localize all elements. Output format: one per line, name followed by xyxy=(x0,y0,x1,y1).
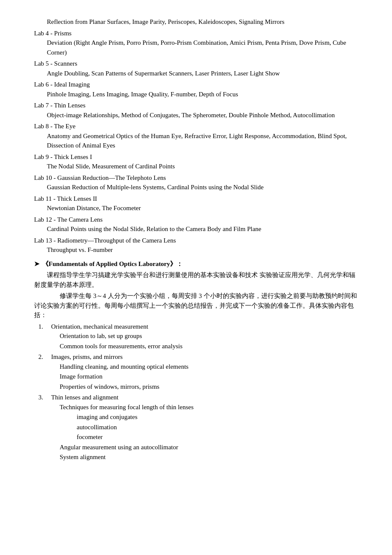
lab7-detail: Object-image Relationships, Method of Co… xyxy=(34,110,358,120)
lab5-header: Lab 5 - Scanners xyxy=(34,59,358,69)
fundamentals-intro1: 课程指导学生学习搞建光学实验平台和进行测量使用的基本实验设备和技术 实验验证应用… xyxy=(34,270,358,289)
list-item-1-sub-1: Orientation to lab, set up groups xyxy=(51,331,358,341)
lab8-detail: Anatomy and Geometrical Optics of the Hu… xyxy=(34,131,358,150)
lab9-header: Lab 9 - Thick Lenses I xyxy=(34,152,358,162)
list-item-3-subsub-1: imaging and conjugates xyxy=(51,412,358,422)
list-item-3: 3. Thin lenses and alignment Techniques … xyxy=(34,393,358,462)
list-item-1-number: 1. xyxy=(34,322,51,352)
list-item-1-title: Orientation, mechanical measurement xyxy=(51,322,358,332)
list-item-2-content: Images, prisms, and mirrors Handling cle… xyxy=(51,352,358,392)
list-item-3-subsub-3: focometer xyxy=(51,432,358,442)
list-item-1-content: Orientation, mechanical measurement Orie… xyxy=(51,322,358,352)
lab13-detail: Throughput vs. F-number xyxy=(34,245,358,255)
list-item-3-subsub-2: autocollimation xyxy=(51,422,358,432)
document-content: Reflection from Planar Surfaces, Image P… xyxy=(34,17,358,462)
lab4-detail: Deviation (Right Angle Prism, Porro Pris… xyxy=(34,38,358,57)
numbered-list: 1. Orientation, mechanical measurement O… xyxy=(34,322,358,462)
fundamentals-header: ➤ 《Fundamentals of Applied Optics Labora… xyxy=(34,259,358,269)
fundamentals-intro2: 修课学生每 3～4 人分为一个实验小组，每周安排 3 个小时的实验内容，进行实验… xyxy=(34,291,358,320)
lab10-detail: Gaussian Reduction of Multiple-lens Syst… xyxy=(34,182,358,192)
lab7-header: Lab 7 - Thin Lenses xyxy=(34,101,358,110)
lab10-header: Lab 10 - Gaussian Reduction—The Telephot… xyxy=(34,173,358,183)
lab11-header: Lab 11 - Thick Lenses II xyxy=(34,194,358,204)
lab8-header: Lab 8 - The Eye xyxy=(34,121,358,131)
list-item-2-sub-3: Properties of windows, mirrors, prisms xyxy=(51,382,358,392)
lab11-detail: Newtonian Distance, The Focometer xyxy=(34,203,358,213)
list-item-2-title: Images, prisms, and mirrors xyxy=(51,352,358,362)
fundamentals-title: 《Fundamentals of Applied Optics Laborato… xyxy=(42,259,183,269)
list-item-3-sub-1: Techniques for measuring focal length of… xyxy=(51,402,358,412)
lab6-header: Lab 6 - Ideal Imaging xyxy=(34,80,358,90)
list-item-2: 2. Images, prisms, and mirrors Handling … xyxy=(34,352,358,392)
list-item-2-sub-1: Handling cleaning, and mounting optical … xyxy=(51,362,358,372)
lab9-detail: The Nodal Slide, Measurement of Cardinal… xyxy=(34,162,358,171)
list-item-3-content: Thin lenses and alignment Techniques for… xyxy=(51,393,358,462)
list-item-3-number: 3. xyxy=(34,393,51,462)
list-item-2-sub-2: Image formation xyxy=(51,372,358,382)
list-item-1-sub-2: Common tools for measurements, error ana… xyxy=(51,341,358,351)
lab12-header: Lab 12 - The Camera Lens xyxy=(34,215,358,225)
list-item-3-extra-2: System alignment xyxy=(51,452,358,462)
lab3-detail: Reflection from Planar Surfaces, Image P… xyxy=(34,17,358,27)
list-item-3-title: Thin lenses and alignment xyxy=(51,393,358,402)
lab12-detail: Cardinal Points using the Nodal Slide, R… xyxy=(34,224,358,234)
lab4-header: Lab 4 - Prisms xyxy=(34,29,358,38)
arrow-icon: ➤ xyxy=(34,259,40,269)
list-item-1: 1. Orientation, mechanical measurement O… xyxy=(34,322,358,352)
list-item-3-extra-1: Angular measurement using an autocollima… xyxy=(51,442,358,452)
list-item-2-number: 2. xyxy=(34,352,51,392)
lab13-header: Lab 13 - Radiometry—Throughput of the Ca… xyxy=(34,236,358,246)
lab5-detail: Angle Doubling, Scan Patterns of Superma… xyxy=(34,69,358,78)
lab6-detail: Pinhole Imaging, Lens Imaging, Image Qua… xyxy=(34,90,358,99)
